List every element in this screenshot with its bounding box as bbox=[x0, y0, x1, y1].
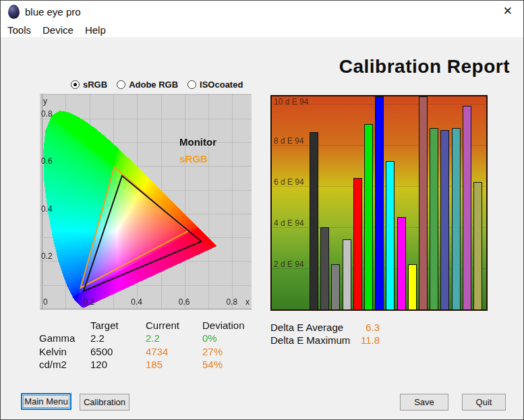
delta-e-bar-medium-green bbox=[430, 128, 438, 309]
delta-e-bar-brown bbox=[419, 96, 428, 309]
delta-e-average-value: 6.3 bbox=[353, 321, 380, 334]
cie-canvas bbox=[40, 94, 252, 309]
main-menu-button[interactable]: Main Menu bbox=[21, 393, 71, 410]
radio-srgb-label: sRGB bbox=[83, 80, 107, 90]
menu-device[interactable]: Device bbox=[42, 24, 74, 36]
delta-e-tick-label: 2 d E 94 bbox=[274, 260, 304, 269]
app-icon bbox=[8, 5, 20, 19]
luminance-target: 120 bbox=[90, 358, 146, 371]
delta-e-tick-label: 6 d E 94 bbox=[274, 177, 304, 187]
table-corner bbox=[39, 319, 90, 332]
radio-icon bbox=[71, 80, 80, 89]
y-axis-label: y bbox=[43, 96, 47, 106]
delta-e-bar-gray bbox=[331, 264, 340, 309]
col-header-deviation: Deviation bbox=[202, 319, 256, 332]
radio-srgb[interactable]: sRGB bbox=[71, 80, 107, 90]
delta-e-bar-teal bbox=[452, 128, 461, 309]
cie-chromaticity-chart: Monitor sRGB 00.20.40.60.80.20.40.60.8xy bbox=[40, 94, 252, 309]
delta-e-bar-olive bbox=[473, 182, 482, 309]
measurement-table: Target Current Deviation Gamma 2.2 2.2 0… bbox=[39, 319, 256, 371]
col-header-current: Current bbox=[146, 319, 202, 332]
delta-e-bar-dark-gray bbox=[320, 227, 329, 309]
legend-srgb: sRGB bbox=[179, 153, 208, 164]
x-axis-label: x bbox=[245, 297, 250, 307]
luminance-current: 185 bbox=[146, 358, 202, 371]
delta-e-bar-blue bbox=[375, 96, 384, 309]
menu-tools[interactable]: Tools bbox=[7, 24, 31, 36]
gamma-target: 2.2 bbox=[90, 332, 146, 344]
row-label-gamma: Gamma bbox=[39, 332, 90, 344]
col-header-target: Target bbox=[90, 319, 146, 332]
radio-isocoated-label: ISOcoated bbox=[200, 80, 243, 90]
gamma-deviation: 0% bbox=[202, 332, 256, 344]
row-label-luminance: cd/m2 bbox=[39, 358, 90, 371]
window-title: blue eye pro bbox=[25, 6, 81, 18]
report-content: Calibration Report sRGB Adobe RGB ISOcoa… bbox=[1, 39, 523, 419]
delta-e-bar-area: 2 d E 944 d E 946 d E 948 d E 9410 d E 9… bbox=[272, 96, 486, 309]
delta-e-maximum-label: Delta E Maximum bbox=[270, 334, 353, 347]
delta-e-bar-orchid bbox=[463, 106, 471, 309]
legend-monitor: Monitor bbox=[179, 136, 216, 148]
delta-e-tick-label: 10 d E 94 bbox=[274, 97, 308, 107]
gamut-radio-group: sRGB Adobe RGB ISOcoated bbox=[71, 80, 243, 90]
page-title: Calibration Report bbox=[339, 56, 510, 78]
delta-e-tick-label: 4 d E 94 bbox=[274, 218, 304, 228]
calibration-button[interactable]: Calibration bbox=[80, 394, 129, 411]
delta-e-tick-label: 8 d E 94 bbox=[274, 136, 304, 146]
radio-icon bbox=[187, 80, 196, 89]
luminance-deviation: 54% bbox=[202, 358, 256, 371]
menu-bar: Tools Device Help bbox=[1, 22, 523, 38]
delta-e-summary: Delta E Average 6.3 Delta E Maximum 11.8 bbox=[270, 321, 380, 347]
delta-e-bar-green bbox=[364, 124, 373, 309]
kelvin-current: 4734 bbox=[146, 345, 202, 358]
close-icon[interactable]: ✕ bbox=[503, 5, 513, 18]
delta-e-maximum-value: 11.8 bbox=[353, 334, 380, 347]
gamma-current: 2.2 bbox=[146, 332, 202, 344]
delta-e-bar-black bbox=[310, 132, 318, 309]
row-label-kelvin: Kelvin bbox=[39, 345, 90, 358]
radio-adobe-rgb[interactable]: Adobe RGB bbox=[117, 80, 178, 90]
delta-e-bar-magenta bbox=[397, 217, 406, 309]
radio-adobe-rgb-label: Adobe RGB bbox=[129, 80, 178, 90]
delta-e-bar-chart: 2 d E 944 d E 946 d E 948 d E 9410 d E 9… bbox=[270, 95, 488, 311]
delta-e-average-label: Delta E Average bbox=[270, 321, 353, 334]
app-window: blue eye pro ✕ Tools Device Help Calibra… bbox=[0, 0, 524, 420]
quit-button[interactable]: Quit bbox=[462, 394, 506, 411]
delta-e-bar-red bbox=[353, 178, 362, 309]
menu-help[interactable]: Help bbox=[85, 24, 106, 36]
delta-e-bar-yellow bbox=[408, 264, 417, 309]
kelvin-deviation: 27% bbox=[202, 345, 256, 358]
delta-e-bar-slate-blue bbox=[440, 130, 449, 309]
kelvin-target: 6500 bbox=[90, 345, 146, 358]
radio-isocoated[interactable]: ISOcoated bbox=[187, 80, 243, 90]
save-button[interactable]: Save bbox=[400, 394, 448, 411]
delta-e-bar-cyan bbox=[386, 161, 395, 309]
title-bar: blue eye pro ✕ bbox=[1, 1, 523, 22]
radio-icon bbox=[117, 80, 125, 89]
delta-e-bar-light-gray bbox=[343, 239, 351, 309]
